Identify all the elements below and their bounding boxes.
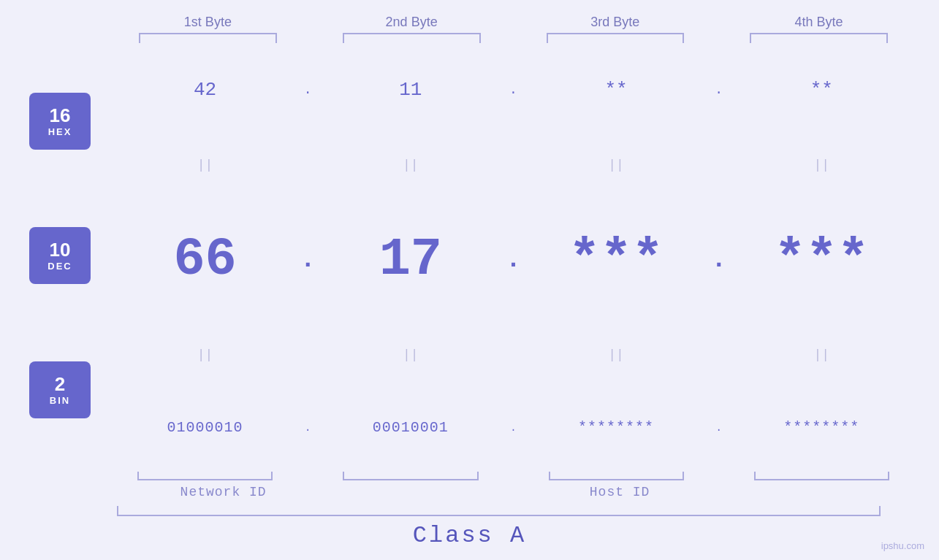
class-bracket [117, 506, 881, 516]
main-layout: 1st Byte 2nd Byte 3rd Byte 4th Byte 16 H… [0, 0, 939, 560]
byte-header-4: 4th Byte [728, 15, 910, 43]
byte-header-2: 2nd Byte [321, 15, 503, 43]
hex-dot-1: . [293, 83, 322, 97]
eq-line-1: || || || || [117, 157, 910, 173]
hex-val-3: ** [528, 79, 704, 101]
hex-val-1: 42 [117, 79, 293, 101]
bin-dot-2: . [499, 422, 528, 434]
bin-val-2: 00010001 [322, 419, 498, 436]
data-column: 42 . 11 . ** . ** || || || || 66 [117, 43, 910, 472]
bin-dot-1: . [293, 422, 322, 434]
dec-val-3: *** [528, 230, 704, 290]
id-labels-row: Network ID Host ID [117, 482, 910, 502]
byte-headers-row: 1st Byte 2nd Byte 3rd Byte 4th Byte [0, 0, 939, 43]
hex-val-4: ** [734, 79, 910, 101]
eq-line-2: || || || || [117, 347, 910, 363]
bin-dot-3: . [704, 422, 734, 434]
badges-column: 16 HEX 10 DEC 2 BIN [29, 43, 117, 472]
dec-val-1: 66 [117, 230, 293, 290]
network-id-label: Network ID [117, 482, 330, 502]
dec-dot-1: . [293, 245, 322, 275]
bin-val-3: ******** [528, 419, 704, 436]
bottom-area: Network ID Host ID Class A [0, 472, 939, 560]
dec-dot-2: . [499, 245, 528, 275]
dec-val-4: *** [734, 230, 910, 290]
hex-dot-2: . [499, 83, 528, 97]
bin-row: 01000010 . 00010001 . ******** . *******… [117, 419, 910, 436]
bin-val-4: ******** [734, 419, 910, 436]
byte-header-1: 1st Byte [117, 15, 299, 43]
dec-row: 66 . 17 . *** . *** [117, 230, 910, 290]
dec-badge: 10 DEC [29, 227, 91, 284]
bin-val-1: 01000010 [117, 419, 293, 436]
byte-header-3: 3rd Byte [525, 15, 707, 43]
bin-brackets [29, 472, 910, 480]
hex-dot-3: . [704, 83, 734, 97]
host-id-label: Host ID [330, 482, 910, 502]
dec-dot-3: . [704, 245, 734, 275]
hex-badge: 16 HEX [29, 93, 91, 150]
dec-val-2: 17 [322, 230, 498, 290]
hex-row: 42 . 11 . ** . ** [117, 79, 910, 101]
watermark: ipshu.com [881, 540, 924, 551]
bin-badge: 2 BIN [29, 361, 91, 418]
class-label: Class A [29, 516, 910, 560]
hex-val-2: 11 [322, 79, 498, 101]
rows-area: 16 HEX 10 DEC 2 BIN 42 . 11 . ** . ** [0, 43, 939, 472]
